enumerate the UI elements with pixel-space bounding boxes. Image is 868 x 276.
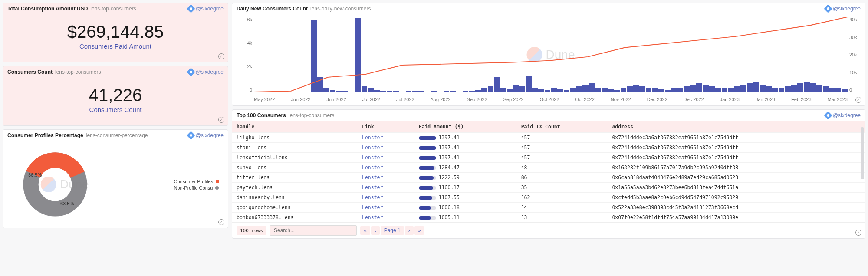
column-header[interactable]: handle [232, 121, 358, 133]
pager: « ‹ Page 1 › » [360, 226, 424, 235]
search-input[interactable] [270, 225, 357, 236]
donut-chart: Dune 36.5% 63.5% [20, 150, 90, 219]
column-header[interactable]: Paid TX Count [517, 121, 608, 133]
first-page-button[interactable]: « [360, 226, 370, 235]
table-row: danisnearby.lensLenster1107.551620xcfedd… [232, 193, 865, 203]
author-link[interactable]: @sixdegree [825, 6, 861, 12]
row-count: 100 rows [237, 226, 266, 235]
stat-value: 41,226 [7, 85, 224, 105]
table-row: titter.lensLenster1222.59860x6cab818daaf… [232, 173, 865, 183]
author-link[interactable]: @sixdegree [188, 6, 224, 12]
author-link[interactable]: @sixdegree [188, 132, 224, 138]
column-header[interactable]: Paid Amount ($) [414, 121, 517, 133]
prev-page-button[interactable]: ‹ [371, 226, 380, 235]
bar-line-chart: 6k4k2k0 40k30k20k10k0 Dune May 2022Jun 2… [232, 14, 865, 105]
lenster-link[interactable]: Lenster [362, 184, 383, 191]
stat-label: Consumers Count [7, 106, 224, 113]
table-row: stani.lensLenster1397.414570x7241dddec3a… [232, 143, 865, 153]
card-title: Total Consumption Amount USD lens-top-co… [7, 6, 136, 12]
stat-value: $269,144.85 [7, 22, 224, 42]
verified-icon [187, 131, 195, 140]
stat-label: Consumers Paid Amount [7, 43, 224, 50]
lenster-link[interactable]: Lenster [362, 135, 383, 141]
page-indicator[interactable]: Page 1 [381, 226, 404, 235]
lenster-link[interactable]: Lenster [362, 164, 383, 171]
verified-icon [187, 4, 195, 13]
consumers-count-card: Consumers Count lens-top-consumers @sixd… [3, 66, 228, 126]
verified-icon [824, 4, 832, 13]
card-title: Consumers Count lens-top-consumers [7, 69, 101, 75]
refresh-status-icon[interactable]: ✓ [218, 219, 224, 225]
lenster-link[interactable]: Lenster [362, 145, 383, 151]
slice-label-b: 63.5% [60, 201, 74, 206]
daily-new-consumers-card: Daily New Consumers Count lens-daily-new… [232, 3, 865, 106]
table-row: sunvo.lensLenster1284.47480x163282f109b8… [232, 163, 865, 173]
slice-label-a: 36.5% [28, 172, 42, 177]
table-row: psytech.lensLenster1160.17350x1a55a5aaa3… [232, 183, 865, 193]
verified-icon [824, 111, 832, 120]
author-link[interactable]: @sixdegree [188, 69, 224, 75]
column-header[interactable]: Link [358, 121, 414, 133]
table-row: bonbon67333378.lensLenster1005.11130x07f… [232, 213, 865, 223]
verified-icon [187, 68, 195, 76]
refresh-status-icon[interactable]: ✓ [855, 230, 861, 236]
column-header[interactable]: Address [608, 121, 865, 133]
lenster-link[interactable]: Lenster [362, 204, 383, 210]
total-consumption-card: Total Consumption Amount USD lens-top-co… [3, 3, 228, 62]
refresh-status-icon[interactable]: ✓ [218, 117, 224, 123]
lenster-link[interactable]: Lenster [362, 214, 383, 220]
author-link[interactable]: @sixdegree [825, 112, 861, 118]
lenster-link[interactable]: Lenster [362, 154, 383, 161]
card-title: Top 100 Consumers lens-top-consumers [237, 112, 334, 118]
refresh-status-icon[interactable]: ✓ [855, 97, 861, 103]
top-100-consumers-card: Top 100 Consumers lens-top-consumers @si… [232, 109, 865, 239]
table-row: gobigorgohome.lensLenster1006.18140x522a… [232, 203, 865, 213]
table-row: lilgho.lensLenster1397.414570x7241dddec3… [232, 133, 865, 143]
last-page-button[interactable]: » [414, 226, 424, 235]
card-title: Consumer Profiles Percentage lens-consum… [7, 132, 148, 138]
refresh-status-icon[interactable]: ✓ [218, 53, 224, 59]
lenster-link[interactable]: Lenster [362, 194, 383, 200]
donut-legend: Consumer Profiles Non-Profile Consu [174, 177, 219, 192]
table-row: lensofficial.lensLenster1397.414570x7241… [232, 153, 865, 163]
consumers-table: handleLinkPaid Amount ($)Paid TX CountAd… [232, 121, 865, 222]
profiles-percentage-card: Consumer Profiles Percentage lens-consum… [3, 129, 228, 228]
card-title: Daily New Consumers Count lens-daily-new… [237, 6, 371, 12]
lenster-link[interactable]: Lenster [362, 174, 383, 181]
vertical-scrollbar[interactable] [861, 127, 864, 179]
next-page-button[interactable]: › [405, 226, 414, 235]
